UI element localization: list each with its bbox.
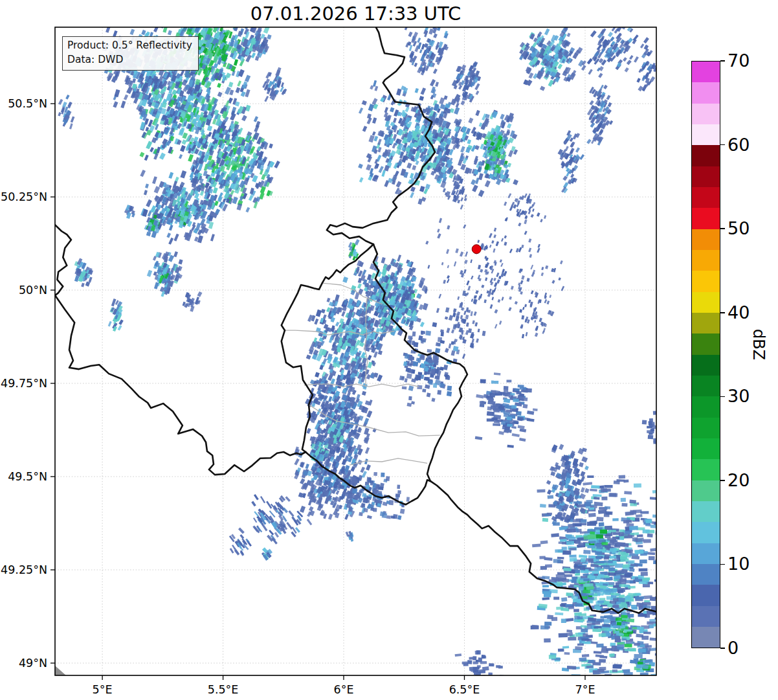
colorbar-segment	[692, 376, 720, 396]
annotation-product-line: Product: 0.5° Reflectivity	[67, 38, 192, 52]
x-tick-label: 6°E	[334, 683, 354, 696]
colorbar-segment	[692, 355, 720, 376]
colorbar-tick	[720, 480, 725, 481]
colorbar-tick-label: 0	[728, 638, 739, 658]
colorbar-segment	[692, 627, 720, 648]
y-axis	[50, 104, 55, 663]
colorbar-tick-label: 70	[728, 51, 750, 71]
colorbar-segment	[692, 62, 720, 82]
colorbar-tick	[720, 648, 725, 649]
colorbar-tick-label: 50	[728, 218, 750, 238]
colorbar-tick	[720, 564, 725, 565]
colorbar-segment	[692, 145, 720, 166]
x-tick-label: 5°E	[93, 683, 113, 696]
colorbar-tick-label: 40	[728, 302, 750, 322]
colorbar-segment	[692, 250, 720, 271]
x-tick-label: 7°E	[575, 683, 595, 696]
colorbar-segment	[692, 208, 720, 229]
y-tick-label: 49.75°N	[1, 377, 47, 390]
y-axis-labels: 50.5°N50.25°N50°N49.75°N49.5°N49.25°N49°…	[1, 97, 47, 670]
y-tick-label: 49.25°N	[1, 563, 47, 576]
colorbar-segment	[692, 313, 720, 333]
colorbar-tick-label: 20	[728, 470, 750, 490]
colorbar-tick-label: 30	[728, 386, 750, 406]
colorbar-tick	[720, 396, 725, 398]
colorbar-segment	[692, 82, 720, 103]
y-tick-label: 50.25°N	[1, 190, 47, 203]
colorbar-segment	[692, 229, 720, 250]
colorbar-segment	[692, 522, 720, 543]
colorbar-segment	[692, 333, 720, 354]
y-tick-label: 49.5°N	[8, 470, 47, 483]
colorbar-segment	[692, 124, 720, 145]
x-tick-label: 5.5°E	[208, 683, 239, 696]
x-axis-labels: 5°E5.5°E6°E6.5°E7°E	[93, 683, 595, 696]
colorbar-tick	[720, 144, 725, 146]
figure-title: 07.01.2026 17:33 UTC	[55, 3, 656, 25]
y-tick-label: 50°N	[19, 284, 47, 297]
x-axis	[102, 675, 585, 680]
colorbar-segment	[692, 606, 720, 627]
colorbar-segment	[692, 187, 720, 208]
radar-figure: 07.01.2026 17:33 UTC 5°E5.5°E6°E6.5°E7°E…	[0, 0, 778, 700]
colorbar-tick-label: 60	[728, 134, 750, 154]
colorbar-segment	[692, 459, 720, 480]
colorbar-segment	[692, 104, 720, 124]
colorbar-segment	[692, 585, 720, 605]
colorbar-tick	[720, 312, 725, 313]
colorbar-tick-label: 10	[728, 554, 750, 574]
x-tick-label: 6.5°E	[449, 683, 480, 696]
colorbar-segment	[692, 564, 720, 585]
colorbar-segment	[692, 292, 720, 313]
colorbar-segment	[692, 418, 720, 438]
colorbar-segment	[692, 543, 720, 564]
y-tick-label: 50.5°N	[8, 97, 47, 110]
colorbar-segment	[692, 271, 720, 291]
annotation-data-line: Data: DWD	[67, 52, 192, 67]
colorbar-segment	[692, 396, 720, 417]
colorbar-axis-label: dBZ	[750, 329, 768, 360]
colorbar	[691, 61, 720, 648]
y-tick-label: 49°N	[19, 657, 47, 670]
colorbar-segment	[692, 501, 720, 522]
colorbar-tick	[720, 228, 725, 229]
annotation-box: Product: 0.5° Reflectivity Data: DWD	[62, 36, 199, 71]
colorbar-tick	[720, 60, 725, 62]
radar-map: 5°E5.5°E6°E6.5°E7°E50.5°N50.25°N50°N49.7…	[55, 27, 656, 675]
colorbar-segment	[692, 438, 720, 459]
radar-site-marker	[472, 245, 481, 254]
colorbar-segment	[692, 166, 720, 187]
colorbar-segment	[692, 480, 720, 501]
